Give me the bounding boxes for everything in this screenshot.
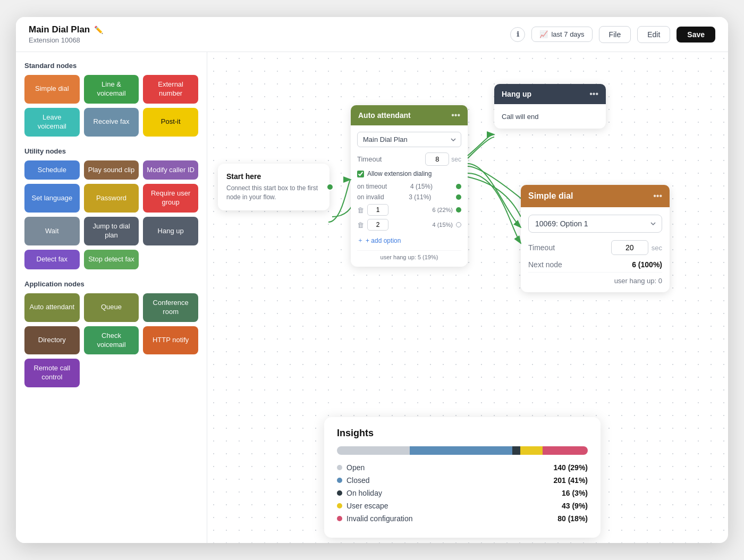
bar-escape xyxy=(520,446,543,455)
insight-holiday-value: 16 (3%) xyxy=(562,489,588,497)
insight-holiday-label: On holiday xyxy=(346,489,382,497)
simple-dial-node[interactable]: Simple dial xyxy=(24,75,80,104)
edit-icon[interactable]: ✏️ xyxy=(94,26,103,34)
http-notify-node[interactable]: HTTP notify xyxy=(143,326,198,355)
wait-node[interactable]: Wait xyxy=(24,217,80,245)
conference-room-node[interactable]: Conference room xyxy=(143,293,198,322)
option1-dot xyxy=(456,207,461,213)
edit-button[interactable]: Edit xyxy=(637,26,670,43)
insight-escape-dot xyxy=(337,503,342,508)
page-title: Main Dial Plan xyxy=(29,24,90,35)
hangup-node-btn[interactable]: Hang up xyxy=(143,217,198,245)
line-voicemail-node[interactable]: Line & voicemail xyxy=(84,75,139,104)
start-title: Start here xyxy=(226,172,321,181)
simpledial-body: 10069: Option 1 Timeout sec Next node 6 … xyxy=(521,207,670,292)
insights-title: Insights xyxy=(337,428,588,439)
on-invalid-stat: 3 (11%) xyxy=(409,193,431,201)
receive-fax-node[interactable]: Receive fax xyxy=(84,108,139,137)
auto-attendant-body: Main Dial Plan Timeout sec Allow extensi… xyxy=(351,125,468,267)
bar-invalid xyxy=(543,446,588,455)
allow-extension-label: Allow extension dialing xyxy=(367,170,432,177)
title-row: Main Dial Plan ✏️ xyxy=(29,24,510,35)
analytics-button[interactable]: 📈 last 7 days xyxy=(531,27,592,42)
analytics-label: last 7 days xyxy=(551,30,584,38)
add-option-btn[interactable]: ＋ + add option xyxy=(357,234,461,247)
postit-node[interactable]: Post-it xyxy=(143,108,198,137)
queue-node[interactable]: Queue xyxy=(84,293,139,322)
sd-timeout-input[interactable] xyxy=(611,240,648,255)
insight-closed-label-wrap: Closed xyxy=(337,476,370,485)
insight-open-label-wrap: Open xyxy=(337,463,365,472)
sd-next-row: Next node 6 (100%) xyxy=(528,260,662,269)
option2-trash[interactable]: 🗑 xyxy=(357,221,364,229)
modify-callerid-node[interactable]: Modify caller ID xyxy=(143,160,198,180)
timeout-input[interactable] xyxy=(425,152,449,166)
insight-row-closed: Closed 201 (41%) xyxy=(337,476,588,485)
auto-attendant-node-btn[interactable]: Auto attendant xyxy=(24,293,80,322)
start-dot xyxy=(326,183,334,191)
detect-fax-node[interactable]: Detect fax xyxy=(24,250,80,269)
timeout-input-wrap: sec xyxy=(425,152,461,166)
timeout-label: Timeout xyxy=(357,155,382,163)
sd-next-val: 6 (100%) xyxy=(632,260,662,269)
on-invalid-dot xyxy=(456,194,461,200)
allow-extension-row: Allow extension dialing xyxy=(357,170,461,177)
bar-open xyxy=(337,446,410,455)
sd-next-label: Next node xyxy=(528,260,562,269)
option2-stat: 4 (15%) xyxy=(432,222,453,228)
require-user-group-node[interactable]: Require user group xyxy=(143,184,198,213)
schedule-node[interactable]: Schedule xyxy=(24,160,80,180)
sd-timeout-row: Timeout sec xyxy=(528,240,662,255)
leave-voicemail-node[interactable]: Leave voicemail xyxy=(24,108,80,137)
on-invalid-row: on invalid 3 (11%) xyxy=(357,193,461,201)
hangup-menu[interactable]: ••• xyxy=(589,89,598,99)
check-voicemail-node[interactable]: Check voicemail xyxy=(84,326,139,355)
insight-escape-label-wrap: User escape xyxy=(337,502,388,510)
on-timeout-stat: 4 (15%) xyxy=(410,183,433,190)
utility-nodes-title: Utility nodes xyxy=(24,147,198,155)
insight-escape-value: 43 (9%) xyxy=(562,502,588,510)
save-button[interactable]: Save xyxy=(677,27,715,43)
option1-input[interactable] xyxy=(367,204,388,216)
password-node[interactable]: Password xyxy=(84,184,139,213)
timeout-unit: sec xyxy=(451,156,461,163)
insight-open-label: Open xyxy=(346,463,365,472)
jump-dialplan-node[interactable]: Jump to dial plan xyxy=(84,217,139,245)
utility-nodes-grid: Schedule Play sound clip Modify caller I… xyxy=(24,160,198,269)
hangup-text: Call will end xyxy=(502,113,538,121)
dial-plan-select[interactable]: Main Dial Plan xyxy=(357,132,461,147)
extension-label: Extension 10068 xyxy=(29,36,510,44)
auto-attendant-menu[interactable]: ••• xyxy=(451,111,460,120)
simpledial-menu[interactable]: ••• xyxy=(653,191,662,201)
hang-up-stat: user hang up: 5 (19%) xyxy=(357,250,461,260)
insight-invalid-label-wrap: Invalid configuration xyxy=(337,514,413,523)
option2-row: 🗑 4 (15%) xyxy=(357,219,461,231)
insight-closed-label: Closed xyxy=(346,476,370,485)
header-actions: ℹ 📈 last 7 days File Edit Save xyxy=(510,26,715,43)
set-language-node[interactable]: Set language xyxy=(24,184,80,213)
file-button[interactable]: File xyxy=(599,26,631,43)
insight-escape-label: User escape xyxy=(346,502,388,510)
auto-attendant-canvas-node: Auto attendant ••• Main Dial Plan Timeou… xyxy=(351,105,468,267)
simpledial-header: Simple dial ••• xyxy=(521,185,670,207)
info-button[interactable]: ℹ xyxy=(510,27,525,42)
canvas: Start here Connect this start box to the… xyxy=(207,52,728,543)
header-left: Main Dial Plan ✏️ Extension 10068 xyxy=(29,24,510,44)
insight-row-escape: User escape 43 (9%) xyxy=(337,502,588,510)
simpledial-option-select[interactable]: 10069: Option 1 xyxy=(528,215,662,233)
hangup-header: Hang up ••• xyxy=(494,84,606,104)
insight-holiday-dot xyxy=(337,490,342,496)
option1-stat: 6 (22%) xyxy=(432,207,453,213)
hangup-body: Call will end xyxy=(494,104,606,129)
directory-node[interactable]: Directory xyxy=(24,326,80,355)
external-number-node[interactable]: External number xyxy=(143,75,198,104)
insight-row-holiday: On holiday 16 (3%) xyxy=(337,489,588,497)
header: Main Dial Plan ✏️ Extension 10068 ℹ 📈 la… xyxy=(16,17,728,52)
option1-trash[interactable]: 🗑 xyxy=(357,206,364,214)
remote-call-control-node[interactable]: Remote call control xyxy=(24,359,80,387)
play-sound-node[interactable]: Play sound clip xyxy=(84,160,139,180)
application-nodes-title: Application nodes xyxy=(24,280,198,288)
stop-detect-fax-node[interactable]: Stop detect fax xyxy=(84,250,139,269)
option2-input[interactable] xyxy=(367,219,388,231)
allow-extension-checkbox[interactable] xyxy=(357,171,364,177)
